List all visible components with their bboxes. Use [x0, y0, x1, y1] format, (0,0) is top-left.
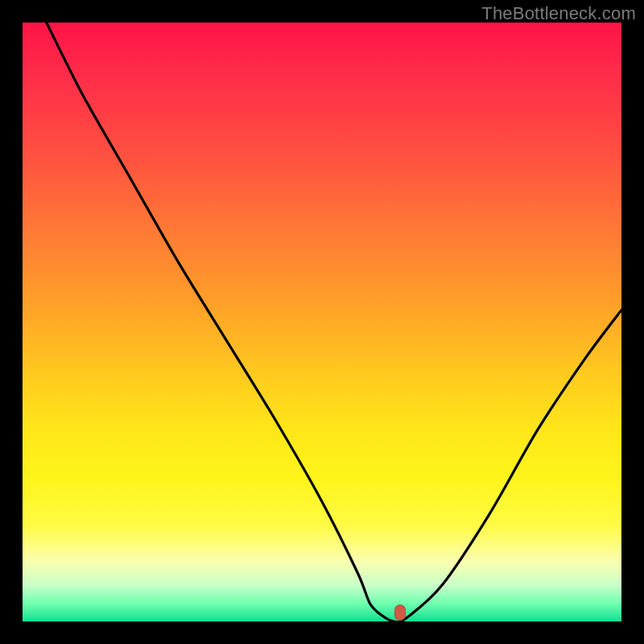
minimum-marker-icon — [394, 605, 406, 621]
watermark-text: TheBottleneck.com — [481, 3, 636, 24]
chart-frame: TheBottleneck.com — [0, 0, 644, 644]
bottleneck-curve — [23, 23, 621, 621]
gradient-plot-area — [23, 23, 621, 621]
